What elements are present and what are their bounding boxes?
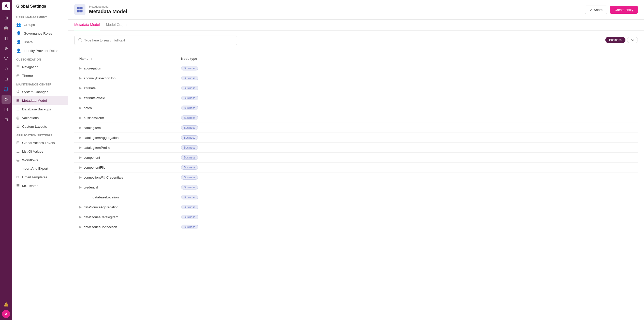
expand-icon[interactable]: ▶	[79, 156, 82, 159]
nodetype-badge: Business	[181, 205, 198, 209]
sidebar-item-governance-roles[interactable]: 👤 Governance Roles	[12, 29, 68, 38]
table-row[interactable]: ▶ credential Business	[74, 182, 638, 192]
row-nodetype: Business	[181, 225, 633, 229]
book-icon[interactable]: 📖	[2, 23, 11, 33]
workflows-label: Workflows	[22, 158, 38, 162]
expand-icon[interactable]: ▶	[79, 66, 82, 70]
expand-icon[interactable]: ▶	[79, 205, 82, 209]
table-row[interactable]: ▶ catalogItem Business	[74, 123, 638, 133]
table-row[interactable]: ▶ componentFile Business	[74, 163, 638, 172]
expand-icon[interactable]: ▶	[79, 96, 82, 100]
expand-icon[interactable]: ▶	[79, 146, 82, 149]
system-changes-icon: ↺	[16, 90, 20, 94]
shield-icon[interactable]: 🛡	[2, 54, 11, 63]
expand-icon[interactable]: ▶	[79, 136, 82, 139]
sidebar-item-import-export[interactable]: ↑ Import And Export	[12, 164, 68, 173]
table-row[interactable]: ▶ batch Business	[74, 103, 638, 113]
table-row[interactable]: ▶ aggregation Business	[74, 63, 638, 73]
table-row[interactable]: ▶ catalogItemProfile Business	[74, 143, 638, 153]
sidebar-item-users[interactable]: 👤 Users	[12, 38, 68, 46]
table-row[interactable]: ▶ catalogItemAggregation Business	[74, 133, 638, 143]
header-subtitle: Metadata model	[89, 5, 127, 8]
table-row[interactable]: ▶ attributeProfile Business	[74, 93, 638, 103]
tab-metadata-model[interactable]: Metadata Model	[74, 20, 100, 30]
table-row[interactable]: ▶ dataStoriesConnection Business	[74, 222, 638, 232]
split-icon[interactable]: ⊕	[2, 44, 11, 53]
sidebar-item-database-backups[interactable]: ☰ Database Backups	[12, 105, 68, 113]
email-templates-icon: ✉	[16, 175, 20, 179]
home-icon[interactable]: ⊞	[2, 13, 11, 22]
sidebar-item-validations[interactable]: ◎ Validations	[12, 113, 68, 122]
expand-icon[interactable]: ▶	[79, 116, 82, 120]
row-name: ▶ anomalyDetectionJob	[79, 76, 181, 80]
sidebar-item-identity-provider-roles[interactable]: 👤 Identity Provider Roles	[12, 46, 68, 55]
search-input[interactable]	[84, 38, 233, 42]
share-button[interactable]: ⤢ Share	[585, 6, 608, 14]
table-row[interactable]: ▶ anomalyDetectionJob Business	[74, 73, 638, 83]
sidebar-item-groups[interactable]: 👥 Groups	[12, 20, 68, 29]
nodetype-badge: Business	[181, 175, 198, 180]
expand-icon[interactable]: ▶	[79, 86, 82, 90]
sidebar-item-navigation[interactable]: ☰ Navigation	[12, 63, 68, 71]
sidebar-item-global-access-levels[interactable]: ⊞ Global Access Levels	[12, 138, 68, 147]
expand-icon[interactable]: ▶	[79, 225, 82, 229]
layers-icon[interactable]: ◧	[2, 34, 11, 43]
entity-name: catalogItemAggregation	[84, 136, 119, 140]
row-name: ▶ credential	[79, 185, 181, 189]
table-row[interactable]: ▶ attribute Business	[74, 83, 638, 93]
page-title: Metadata Model	[89, 9, 127, 14]
row-name: ▶ businessTerm	[79, 116, 181, 120]
search-bar[interactable]	[74, 36, 237, 45]
table-row[interactable]: databaseLocation Business	[74, 192, 638, 202]
ms-teams-icon: ☰	[16, 183, 20, 188]
app-logo[interactable]: A	[2, 2, 10, 10]
table-row[interactable]: ▶ dataSourceAggregation Business	[74, 202, 638, 212]
row-nodetype: Business	[181, 185, 633, 190]
entity-name: businessTerm	[84, 116, 104, 120]
table-row[interactable]: ▶ connectionWithCredentials Business	[74, 172, 638, 182]
sidebar-item-metadata-model[interactable]: ⊞ Metadata Model	[12, 96, 68, 105]
system-changes-label: System Changes	[22, 90, 48, 94]
avatar[interactable]: A	[2, 310, 10, 318]
row-name: ▶ component	[79, 156, 181, 159]
table-row[interactable]: ▶ businessTerm Business	[74, 113, 638, 123]
table-row[interactable]: ▶ component Business	[74, 153, 638, 163]
global-access-levels-label: Global Access Levels	[22, 141, 55, 145]
nodetype-badge: Business	[181, 125, 198, 130]
expand-icon[interactable]: ▶	[79, 185, 82, 189]
create-entity-button[interactable]: Create entity	[610, 6, 638, 14]
expand-icon[interactable]: ▶	[79, 106, 82, 110]
table-row[interactable]: ▶ dataStoriesCatalogItem Business	[74, 212, 638, 222]
sidebar-item-system-changes[interactable]: ↺ System Changes	[12, 88, 68, 96]
check-icon[interactable]: ☑	[2, 105, 11, 114]
expand-icon[interactable]: ▶	[79, 166, 82, 169]
sidebar-item-workflows[interactable]: ◎ Workflows	[12, 156, 68, 164]
expand-icon[interactable]: ▶	[79, 126, 82, 129]
row-nodetype: Business	[181, 155, 633, 160]
custom-layouts-label: Custom Layouts	[22, 125, 47, 128]
page-icon	[74, 4, 85, 15]
box-icon[interactable]: ⊡	[2, 115, 11, 124]
expand-icon[interactable]: ▶	[79, 215, 82, 219]
bell-icon[interactable]: 🔔	[2, 300, 11, 309]
row-name: ▶ aggregation	[79, 66, 181, 70]
import-export-label: Import And Export	[21, 167, 48, 170]
globe-icon[interactable]: 🌐	[2, 84, 11, 94]
table-icon[interactable]: ⊟	[2, 74, 11, 83]
search2-icon[interactable]: ⊙	[2, 64, 11, 73]
expand-icon[interactable]: ▶	[79, 76, 82, 80]
filter-business-button[interactable]: Business	[605, 37, 625, 43]
metadata-model-label: Metadata Model	[22, 99, 47, 103]
sidebar-item-email-templates[interactable]: ✉ Email Templates	[12, 173, 68, 181]
sidebar-item-theme[interactable]: ◎ Theme	[12, 71, 68, 80]
nodetype-badge: Business	[181, 66, 198, 70]
expand-icon[interactable]: ▶	[79, 176, 82, 179]
share-icon: ⤢	[590, 8, 592, 12]
svg-rect-2	[77, 10, 80, 12]
filter-all-button[interactable]: All	[627, 37, 638, 43]
tab-model-graph[interactable]: Model Graph	[106, 20, 126, 30]
settings-icon[interactable]: ⚙	[2, 95, 11, 104]
sidebar-item-list-of-values[interactable]: ☰ List Of Values	[12, 147, 68, 156]
sidebar-item-ms-teams[interactable]: ☰ MS Teams	[12, 181, 68, 190]
sidebar-item-custom-layouts[interactable]: ☰ Custom Layouts	[12, 122, 68, 131]
